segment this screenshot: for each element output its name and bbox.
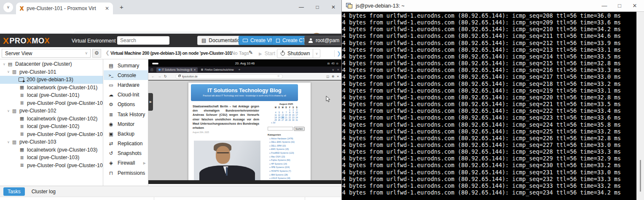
menu-item-task-history[interactable]: ≣Task History [104, 109, 148, 119]
menu-item-summary[interactable]: ▤Summary [104, 61, 148, 70]
maximize-icon[interactable]: □ [309, 4, 325, 10]
menu-item-cloud-init[interactable]: ☁Cloud-Init [104, 90, 148, 100]
blog-search-input[interactable] [268, 127, 293, 131]
category-link[interactable]: » HPE Systems (224) [269, 166, 307, 168]
novnc-side-tab[interactable]: ▶ [148, 93, 153, 111]
cluster-log-button[interactable]: Cluster log [32, 189, 56, 195]
menu-item-console[interactable]: >_Console [104, 70, 148, 80]
close-icon[interactable]: ✕ [627, 3, 642, 9]
tree-item[interactable]: ≣pve-Cluster-Pool (pve-Cluster-101) [0, 99, 103, 107]
minimize-icon[interactable]: — [597, 3, 612, 9]
calendar-day[interactable]: 30 [292, 119, 295, 121]
tree-item[interactable]: 200 (pve-debian-13) [0, 76, 103, 84]
calendar-day[interactable]: 29 [288, 119, 291, 121]
shutdown-dropdown[interactable]: ∨ [313, 49, 320, 58]
firefox-tab[interactable]: Firefox Datenschutzhinw [199, 67, 236, 72]
expander-icon[interactable]: ∨ [2, 62, 7, 66]
tree-settings-button[interactable]: ⚙ [92, 49, 101, 58]
start-button[interactable]: ▶ Start [256, 49, 278, 58]
calendar-day[interactable]: 24 [295, 116, 298, 119]
menu-item-permissions[interactable]: ⊓Permissions [104, 168, 148, 178]
menu-item-options[interactable]: ⚙Options [104, 100, 148, 109]
tree-item[interactable]: ≣pve-Cluster-Pool (pve-Cluster-103) [0, 162, 103, 170]
forward-icon[interactable]: → [158, 75, 161, 78]
menu-icon[interactable]: ≡ [337, 68, 339, 72]
calendar-day[interactable]: 27 [281, 119, 284, 121]
category-link[interactable]: » DELL EMC Systems (32) [269, 141, 307, 143]
terminal-output[interactable]: 64 bytes from urlfwd-1.eurodns.com (80.9… [342, 12, 636, 200]
tree-item[interactable]: ▦localnetwork (pve-Cluster-102) [0, 115, 103, 123]
breadcrumb-back-icon[interactable]: ❮ [105, 50, 110, 56]
firefox-address-bar[interactable]: itpsolution.de ☆ [175, 74, 283, 79]
tasks-button[interactable]: Tasks [3, 187, 25, 196]
menu-item-snapshots[interactable]: ↺Snapshots [104, 149, 148, 158]
expander-icon[interactable]: ∨ [6, 109, 11, 113]
scrollbar-thumb[interactable] [640, 160, 641, 192]
browser-tab-active[interactable]: X pve-Cluster-101 - Proxmox Virt ✕ [16, 3, 113, 14]
calendar-day[interactable]: 21 [284, 116, 288, 119]
tab-close-icon[interactable]: ✕ [105, 5, 109, 11]
edit-tags-icon[interactable]: ✎ [249, 50, 253, 56]
category-link[interactable]: » HP Systems (14) [269, 163, 307, 165]
calendar-day[interactable]: 17 [295, 114, 298, 116]
more-actions-icon[interactable]: ❯ [337, 51, 341, 56]
chevron-down-icon[interactable]: ∨ [332, 68, 334, 72]
article-headline[interactable]: Staatsanwaltschaft Berlin – hat Anklage … [193, 104, 259, 130]
category-link[interactable]: » Aktive Hardware (1478) [269, 137, 307, 140]
tab-close-icon[interactable]: ✕ [193, 68, 196, 71]
vm-console[interactable]: 20. Aug 10:46 ⊟ 40 ⊙ ◫ IT Solutions Tech… [148, 59, 341, 184]
category-link[interactable]: » HOWTO Systems (7) [269, 170, 307, 172]
menu-item-hardware[interactable]: ▭Hardware [104, 80, 148, 90]
terminal-titlebar[interactable]: js@pve-debian-13: ~ — □ ✕ [342, 0, 644, 12]
new-tab-button[interactable]: + [120, 3, 123, 11]
bookmark-star-icon[interactable]: ☆ [277, 75, 279, 78]
tree-item[interactable]: ≣local (pve-Cluster-102) [0, 123, 103, 131]
back-icon[interactable]: ← [151, 75, 155, 78]
category-link[interactable]: » EMC Systems (15) [269, 148, 307, 150]
menu-item-replication[interactable]: ⇄Replication [104, 139, 148, 149]
category-link[interactable]: » FreeBSD Systems (123) [269, 152, 307, 154]
blog-search-button[interactable]: Suchen [294, 127, 305, 131]
calendar-grid[interactable]: MDMDFSS123456789101112131415161718192021… [274, 106, 298, 121]
firefox-tab-active[interactable]: IT Solutions Technology B ✕ [156, 67, 198, 72]
account-icon[interactable]: ⊕ [332, 75, 334, 78]
calendar-day[interactable]: 25 [274, 119, 277, 121]
category-link[interactable]: » LINUX Systems (18) [269, 177, 307, 179]
expander-icon[interactable]: ∨ [6, 70, 11, 74]
category-link[interactable]: » Fujitsu Systems (82) [269, 159, 307, 161]
tree-item[interactable]: ∨▥pve-Cluster-103 [0, 138, 103, 146]
shutdown-button[interactable]: Shutdown ∨ [277, 49, 320, 58]
tree-item[interactable]: ▦localnetwork (pve-Cluster-101) [0, 84, 103, 92]
expander-icon[interactable]: ∨ [6, 140, 11, 144]
category-link[interactable]: » Mac OS/X (23) [269, 155, 307, 158]
calendar-day[interactable]: 10 [295, 111, 298, 114]
terminal-scrollbar[interactable] [636, 12, 644, 200]
tree-item[interactable]: ≣local (pve-Cluster-101) [0, 91, 103, 99]
minimize-icon[interactable]: — [293, 4, 309, 10]
new-tab-button[interactable]: + [238, 68, 240, 72]
calendar-day[interactable]: 28 [284, 119, 288, 121]
reload-icon[interactable]: ↻ [164, 75, 167, 78]
menu-icon[interactable]: ≡ [337, 75, 339, 78]
calendar-prev-month[interactable]: « Jul [271, 122, 307, 124]
tree-item[interactable]: ∨▥pve-Cluster-101 [0, 68, 103, 76]
category-link[interactable]: » IBM Systems (28) [269, 173, 307, 176]
menu-item-backup[interactable]: ▣Backup [104, 129, 148, 139]
close-icon[interactable]: ✕ [325, 4, 341, 10]
category-link[interactable]: » DELL SRM (10) [269, 144, 307, 147]
tree-item[interactable]: ∨▤Datacenter (pve-Cluster) [0, 60, 103, 68]
tree-item[interactable]: ▦localnetwork (pve-Cluster-103) [0, 146, 103, 154]
proxmox-search-input[interactable] [117, 36, 169, 45]
maximize-icon[interactable]: □ [612, 3, 627, 9]
calendar-day[interactable]: 26 [277, 119, 281, 121]
tree-item[interactable]: ∨▥pve-Cluster-102 [0, 107, 103, 115]
calendar-day[interactable]: 14 [284, 114, 288, 116]
extensions-icon[interactable]: ◫ [326, 75, 329, 78]
menu-item-firewall[interactable]: ◈Firewall▶ [104, 158, 148, 168]
calendar-day[interactable]: 18 [274, 116, 277, 119]
firefox-view-icon[interactable]: ◫ [150, 68, 153, 72]
menu-item-monitor[interactable]: ◉Monitor [104, 119, 148, 129]
tree-item[interactable]: ≣pve-Cluster-Pool (pve-Cluster-102) [0, 131, 103, 139]
tree-item[interactable]: ≣local (pve-Cluster-103) [0, 154, 103, 162]
view-mode-select[interactable]: Server View ∨ [2, 49, 91, 58]
